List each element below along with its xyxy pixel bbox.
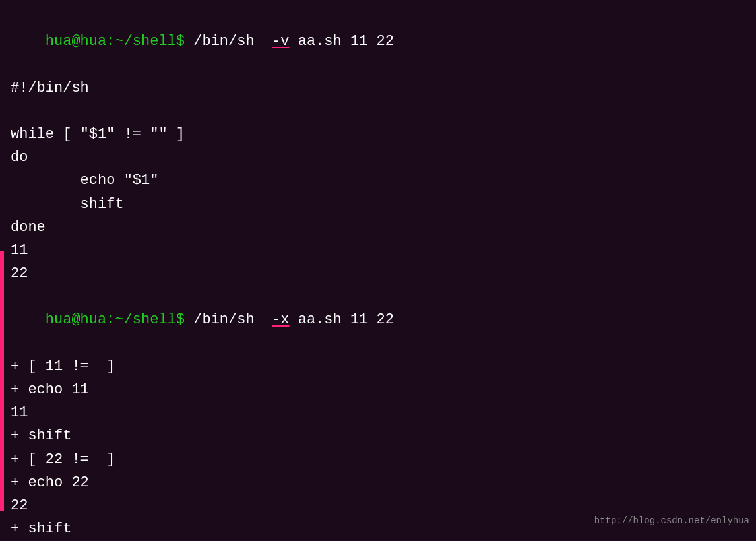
line-1: hua@hua:~/shell$ /bin/sh -v aa.sh 11 22	[11, 7, 745, 77]
prompt-1: hua@hua:~/shell$	[46, 33, 193, 49]
line-16: + [ 22 != ]	[11, 448, 745, 471]
line-6: echo "$1"	[11, 169, 745, 192]
line-17: + echo 22	[11, 471, 745, 494]
prompt-2: hua@hua:~/shell$	[46, 311, 193, 328]
line-10: 22	[11, 262, 745, 285]
line-4: while [ "$1" != "" ]	[11, 123, 745, 146]
cmd-2: /bin/sh -x aa.sh 11 22	[193, 311, 394, 328]
line-8: done	[11, 216, 745, 239]
terminal: hua@hua:~/shell$ /bin/sh -v aa.sh 11 22 …	[0, 0, 756, 541]
watermark: http://blog.csdn.net/enlyhua	[594, 513, 749, 528]
line-5: do	[11, 146, 745, 169]
line-2: #!/bin/sh	[11, 77, 745, 100]
left-bar	[0, 251, 4, 511]
line-7: shift	[11, 193, 745, 216]
cmd-1: /bin/sh -v aa.sh 11 22	[193, 33, 394, 49]
line-15: + shift	[11, 424, 745, 447]
line-13: + echo 11	[11, 378, 745, 401]
line-9: 11	[11, 239, 745, 262]
line-11: hua@hua:~/shell$ /bin/sh -x aa.sh 11 22	[11, 285, 745, 355]
line-12: + [ 11 != ]	[11, 355, 745, 378]
line-14: 11	[11, 401, 745, 424]
line-3	[11, 100, 745, 123]
